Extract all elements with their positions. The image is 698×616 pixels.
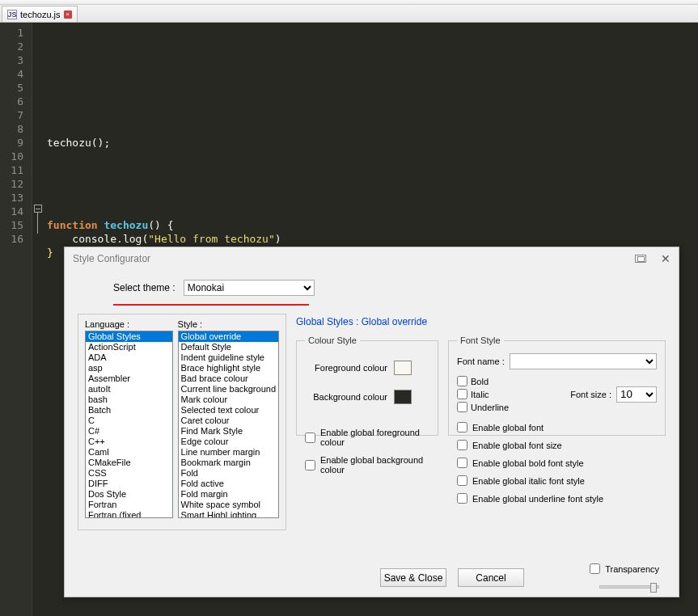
list-item[interactable]: Default Style [179, 342, 278, 352]
list-item[interactable]: Current line background [179, 384, 278, 394]
left-panel: Language : Global Styles ActionScript AD… [78, 314, 286, 530]
list-item[interactable]: Line number margin [179, 447, 278, 458]
dialog-titlebar[interactable]: Style Configurator ✕ [65, 247, 679, 270]
close-icon[interactable]: × [64, 11, 72, 19]
line-number: 13 [0, 191, 23, 205]
list-item[interactable]: Bookmark margin [179, 458, 278, 468]
fold-toggle-icon[interactable] [34, 205, 42, 213]
transparency-row: Transparency [590, 563, 659, 574]
font-size-select[interactable]: 10 [616, 386, 657, 403]
slider-thumb-icon[interactable] [650, 583, 657, 593]
list-item[interactable]: Fold active [179, 479, 278, 489]
line-number: 14 [0, 205, 23, 218]
list-item[interactable]: Caml [86, 447, 172, 458]
list-item[interactable]: C [86, 416, 172, 426]
list-item[interactable]: ADA [86, 352, 172, 363]
font-name-select[interactable] [510, 353, 657, 369]
underline-checkbox[interactable]: Underline [457, 402, 509, 412]
list-item[interactable]: Edge colour [179, 437, 278, 447]
list-item[interactable]: ActionScript [86, 342, 172, 352]
enable-italic-checkbox[interactable]: Enable global italic font style [457, 475, 657, 486]
list-item[interactable]: Indent guideline style [179, 352, 278, 363]
enable-font-size-checkbox[interactable]: Enable global font size [457, 440, 657, 450]
list-item[interactable]: Fold margin [179, 489, 278, 500]
list-item[interactable]: Mark colour [179, 394, 278, 405]
transparency-slider[interactable] [599, 585, 659, 589]
enable-fg-checkbox[interactable]: Enable global foreground colour [305, 428, 429, 447]
enable-font-checkbox[interactable]: Enable global font [457, 422, 657, 432]
list-item[interactable]: Bad brace colour [179, 373, 278, 384]
list-item[interactable]: Smart HighLighting [179, 510, 278, 518]
enable-bold-checkbox[interactable]: Enable global bold font style [457, 458, 657, 468]
code-line: console.log("Hello from techozu") [47, 233, 281, 245]
foreground-colour-swatch[interactable] [394, 361, 412, 375]
line-number: 7 [0, 108, 23, 122]
save-close-button[interactable]: Save & Close [380, 568, 446, 587]
maximize-icon[interactable] [635, 255, 646, 263]
breadcrumb: Global Styles : Global override [296, 316, 666, 327]
list-item[interactable]: Selected text colour [179, 405, 278, 416]
list-item[interactable]: Find Mark Style [179, 426, 278, 437]
cancel-button[interactable]: Cancel [458, 568, 524, 587]
style-configurator-dialog: Style Configurator ✕ Select theme : Mono… [64, 247, 679, 597]
enable-underline-checkbox[interactable]: Enable global underline font style [457, 493, 657, 504]
dialog-buttons: Save & Close Cancel [65, 568, 679, 587]
font-legend: Font Style [457, 335, 504, 345]
fold-line [37, 213, 38, 234]
list-item[interactable]: Global override [179, 331, 278, 342]
fg-label: Foreground colour [305, 363, 387, 373]
right-panel: Global Styles : Global override Colour S… [296, 314, 666, 530]
code-line: } [47, 247, 53, 259]
line-number: 10 [0, 150, 23, 163]
colour-legend: Colour Style [305, 335, 360, 345]
fold-column [32, 23, 47, 616]
code-line: techozu(); [47, 137, 110, 149]
font-style-group: Font Style Font name : Bold Italic Under… [448, 335, 666, 436]
list-item[interactable]: Fortran [86, 500, 172, 510]
bold-checkbox[interactable]: Bold [457, 376, 509, 386]
line-number: 12 [0, 177, 23, 191]
background-colour-swatch[interactable] [394, 390, 412, 404]
list-item[interactable]: bash [86, 394, 172, 405]
line-number: 16 [0, 232, 23, 246]
list-item[interactable]: DIFF [86, 479, 172, 489]
list-item[interactable]: Assembler [86, 373, 172, 384]
list-item[interactable]: Fold [179, 468, 278, 479]
close-icon[interactable]: ✕ [661, 252, 671, 265]
js-file-icon: JS [7, 10, 17, 19]
line-number: 3 [0, 53, 23, 67]
list-item[interactable]: Global Styles [86, 331, 172, 342]
line-number: 8 [0, 122, 23, 136]
list-item[interactable]: asp [86, 363, 172, 373]
file-tab[interactable]: JS techozu.js × [2, 6, 78, 22]
font-size-label: Font size : [570, 390, 611, 399]
line-number: 11 [0, 163, 23, 177]
list-item[interactable]: Fortran (fixed [86, 510, 172, 518]
line-number: 15 [0, 218, 23, 232]
style-listbox[interactable]: Global override Default Style Indent gui… [178, 331, 279, 518]
line-number: 4 [0, 67, 23, 81]
language-listbox[interactable]: Global Styles ActionScript ADA asp Assem… [85, 331, 173, 518]
list-item[interactable]: Caret colour [179, 416, 278, 426]
list-item[interactable]: CSS [86, 468, 172, 479]
code-line: function techozu() { [47, 219, 174, 231]
list-item[interactable]: autoIt [86, 384, 172, 394]
list-item[interactable]: C# [86, 426, 172, 437]
line-number: 9 [0, 136, 23, 150]
line-number: 2 [0, 40, 23, 53]
enable-bg-checkbox[interactable]: Enable global background colour [305, 455, 429, 475]
list-item[interactable]: Dos Style [86, 489, 172, 500]
italic-checkbox[interactable]: Italic [457, 389, 509, 399]
list-item[interactable]: CMakeFile [86, 458, 172, 468]
list-item[interactable]: Batch [86, 405, 172, 416]
language-label: Language : [85, 319, 173, 329]
font-name-label: Font name : [457, 357, 505, 366]
list-item[interactable]: C++ [86, 437, 172, 447]
line-number: 1 [0, 26, 23, 40]
list-item[interactable]: White space symbol [179, 500, 278, 510]
bg-label: Background colour [305, 392, 387, 402]
line-number: 5 [0, 81, 23, 95]
list-item[interactable]: Brace highlight style [179, 363, 278, 373]
transparency-checkbox[interactable]: Transparency [590, 563, 659, 574]
theme-select[interactable]: Monokai [184, 280, 315, 296]
